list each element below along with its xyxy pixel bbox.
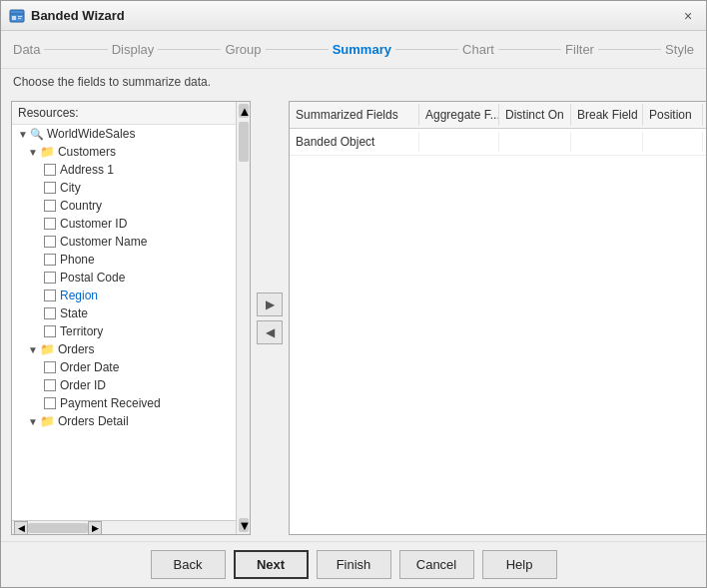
checkbox-country[interactable]: [44, 200, 56, 212]
svg-rect-2: [12, 16, 16, 20]
group-customers-label: Customers: [58, 145, 116, 159]
next-button[interactable]: Next: [234, 550, 309, 579]
cell-position: [643, 132, 703, 152]
arrow-icon: ▼: [28, 416, 38, 427]
back-button[interactable]: Back: [151, 550, 226, 579]
item-paymentreceived-label: Payment Received: [60, 396, 161, 410]
scroll-left-btn[interactable]: ◀: [14, 521, 28, 535]
item-territory-label: Territory: [60, 324, 103, 338]
checkbox-postalcode[interactable]: [44, 272, 56, 284]
nav-step-style[interactable]: Style: [665, 42, 694, 57]
tree-item-country[interactable]: Country: [12, 197, 236, 215]
item-address1-label: Address 1: [60, 163, 114, 177]
svg-rect-4: [18, 18, 21, 19]
col-header-column: Column: [703, 104, 706, 126]
col-header-break: Break Field: [571, 104, 643, 126]
item-postalcode-label: Postal Code: [60, 271, 125, 285]
dialog-title: Banded Wizard: [31, 8, 125, 23]
svg-rect-3: [18, 16, 22, 17]
item-phone-label: Phone: [60, 253, 95, 267]
move-right-button[interactable]: ▶: [257, 293, 283, 316]
group-orders-label: Orders: [58, 342, 95, 356]
tree-area[interactable]: ▼ 🔍 WorldWideSales ▼ 📁 Customers Address…: [12, 125, 236, 520]
arrow-left-icon: ◀: [266, 325, 275, 339]
table-row[interactable]: Banded Object: [290, 129, 706, 156]
database-icon: 🔍: [30, 128, 44, 141]
nav-step-group[interactable]: Group: [225, 42, 261, 57]
cell-summarized: Banded Object: [290, 132, 419, 152]
checkbox-region[interactable]: [44, 290, 56, 301]
checkbox-phone[interactable]: [44, 254, 56, 266]
middle-buttons: ▶ ◀: [251, 101, 289, 535]
tree-root[interactable]: ▼ 🔍 WorldWideSales: [12, 125, 236, 143]
item-orderid-label: Order ID: [60, 378, 106, 392]
folder-icon: 📁: [40, 145, 55, 159]
nav-step-data[interactable]: Data: [13, 42, 40, 57]
finish-button[interactable]: Finish: [317, 550, 391, 579]
tree-item-city[interactable]: City: [12, 179, 236, 197]
tree-item-postalcode[interactable]: Postal Code: [12, 269, 236, 287]
tree-item-address1[interactable]: Address 1: [12, 161, 236, 179]
tree-item-customername[interactable]: Customer Name: [12, 233, 236, 251]
vertical-scrollbar[interactable]: ▲ ▼: [236, 102, 250, 534]
move-left-button[interactable]: ◀: [257, 320, 283, 344]
item-region-label: Region: [60, 289, 98, 302]
checkbox-paymentreceived[interactable]: [44, 397, 56, 409]
tree-group-orders[interactable]: ▼ 📁 Orders: [12, 340, 236, 358]
cancel-button[interactable]: Cancel: [399, 550, 474, 579]
wizard-icon: [9, 8, 25, 24]
checkbox-city[interactable]: [44, 182, 56, 194]
tree-item-region[interactable]: Region: [12, 287, 236, 304]
scroll-thumb[interactable]: [28, 523, 88, 533]
nav-step-filter[interactable]: Filter: [565, 42, 594, 57]
tree-item-paymentreceived[interactable]: Payment Received: [12, 394, 236, 412]
arrow-right-icon: ▶: [266, 297, 275, 311]
help-button[interactable]: Help: [482, 550, 557, 579]
tree-item-customerid[interactable]: Customer ID: [12, 215, 236, 233]
item-city-label: City: [60, 181, 81, 195]
left-panel: Resources: ▼ 🔍 WorldWideSales ▼ 📁 Custom…: [11, 101, 251, 535]
tree-group-ordersdetail[interactable]: ▼ 📁 Orders Detail: [12, 412, 236, 430]
resources-label: Resources:: [12, 102, 236, 125]
checkbox-customername[interactable]: [44, 236, 56, 248]
nav-step-chart[interactable]: Chart: [462, 42, 494, 57]
scroll-right-btn[interactable]: ▶: [88, 521, 102, 535]
tree-item-territory[interactable]: Territory: [12, 322, 236, 340]
title-bar: Banded Wizard ×: [1, 1, 706, 31]
checkbox-orderid[interactable]: [44, 379, 56, 391]
checkbox-orderdate[interactable]: [44, 361, 56, 373]
group-ordersdetail-label: Orders Detail: [58, 414, 129, 428]
item-orderdate-label: Order Date: [60, 360, 119, 374]
tree-item-state[interactable]: State: [12, 304, 236, 322]
footer: Back Next Finish Cancel Help: [1, 541, 706, 587]
item-state-label: State: [60, 306, 88, 320]
item-country-label: Country: [60, 199, 102, 213]
horizontal-scrollbar[interactable]: ◀ ▶: [12, 520, 236, 534]
checkbox-address1[interactable]: [44, 164, 56, 176]
nav-step-summary[interactable]: Summary: [333, 42, 391, 57]
item-customername-label: Customer Name: [60, 235, 147, 249]
tree-group-customers[interactable]: ▼ 📁 Customers: [12, 143, 236, 161]
content-area: Resources: ▼ 🔍 WorldWideSales ▼ 📁 Custom…: [1, 95, 706, 541]
tree-item-phone[interactable]: Phone: [12, 251, 236, 269]
scroll-up-btn[interactable]: ▲: [239, 104, 249, 118]
col-header-aggregate: Aggregate F...: [419, 104, 499, 126]
checkbox-customerid[interactable]: [44, 218, 56, 230]
scroll-down-btn[interactable]: ▼: [239, 518, 249, 532]
col-header-summarized: Summarized Fields: [290, 104, 419, 126]
checkbox-state[interactable]: [44, 307, 56, 319]
checkbox-territory[interactable]: [44, 325, 56, 337]
close-button[interactable]: ×: [678, 6, 698, 26]
cell-distinct: [499, 132, 571, 152]
item-customerid-label: Customer ID: [60, 217, 127, 231]
nav-step-display[interactable]: Display: [112, 42, 155, 57]
arrow-icon: ▼: [28, 147, 38, 158]
banded-wizard-dialog: Banded Wizard × Data Display Group Summa…: [0, 0, 707, 588]
tree-item-orderid[interactable]: Order ID: [12, 376, 236, 394]
right-panel: ▲ ▼ Summarized Fields Aggregate F... Dis…: [289, 101, 706, 535]
arrow-icon: ▼: [18, 129, 28, 140]
col-header-distinct: Distinct On: [499, 104, 571, 126]
tree-item-orderdate[interactable]: Order Date: [12, 358, 236, 376]
table-header: Summarized Fields Aggregate F... Distinc…: [290, 102, 706, 129]
scroll-thumb-v[interactable]: [239, 122, 249, 162]
